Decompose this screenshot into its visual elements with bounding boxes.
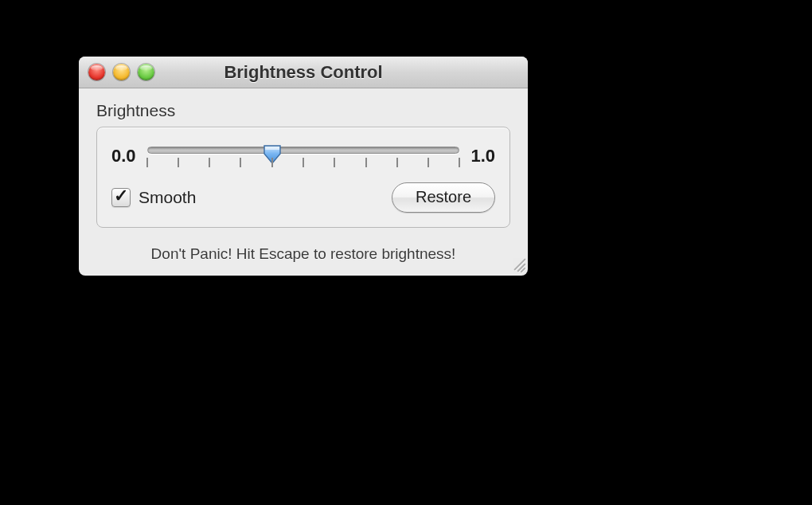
slider-tick [365, 158, 367, 167]
slider-tick [459, 158, 460, 167]
minimize-icon[interactable] [113, 64, 130, 80]
titlebar[interactable]: Brightness Control [79, 57, 528, 88]
smooth-label: Smooth [139, 188, 196, 207]
slider-tick [427, 158, 429, 167]
brightness-slider[interactable] [147, 140, 460, 171]
brightness-control-window: Brightness Control Brightness 0.0 [79, 57, 528, 276]
slider-tick [334, 158, 335, 167]
panel-bottom-row: Smooth Restore [111, 182, 495, 213]
resize-grip-icon[interactable] [507, 255, 525, 272]
restore-button[interactable]: Restore [392, 182, 495, 213]
slider-tick [178, 158, 179, 167]
smooth-option[interactable]: Smooth [111, 188, 196, 207]
slider-tick [271, 158, 273, 167]
slider-tick [146, 158, 148, 167]
brightness-label: Brightness [96, 101, 510, 120]
zoom-icon[interactable] [138, 64, 154, 80]
content-area: Brightness 0.0 [79, 88, 528, 236]
slider-tick [396, 158, 398, 167]
slider-max-label: 1.0 [470, 146, 495, 166]
slider-tick [303, 158, 304, 167]
brightness-panel: 0.0 [96, 127, 510, 228]
slider-track[interactable] [147, 147, 460, 154]
slider-tick [240, 158, 241, 167]
slider-ticks [147, 158, 460, 169]
close-icon[interactable] [88, 64, 105, 80]
smooth-checkbox[interactable] [111, 188, 131, 207]
footer-hint: Don't Panic! Hit Escape to restore brigh… [79, 236, 528, 276]
slider-row: 0.0 [111, 140, 495, 171]
traffic-lights [88, 64, 154, 80]
slider-tick [209, 158, 210, 167]
slider-min-label: 0.0 [111, 146, 136, 166]
